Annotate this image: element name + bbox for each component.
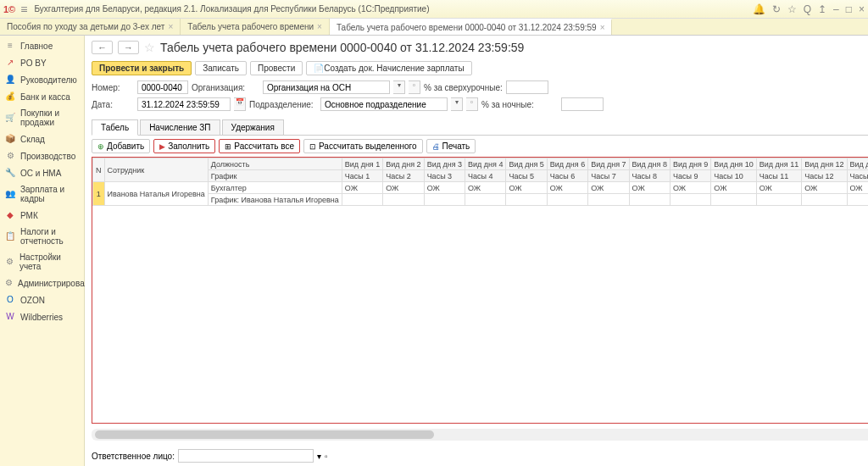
save-button[interactable]: Записать: [195, 61, 247, 75]
sidebar-item-label: Зарплата и кадры: [20, 185, 79, 203]
app-logo: 1©: [3, 4, 15, 14]
post-close-button[interactable]: Провести и закрыть: [92, 61, 192, 75]
sidebar-item-label: Налоги и отчетность: [20, 227, 79, 246]
history-icon[interactable]: ↻: [772, 3, 781, 15]
calendar-icon[interactable]: 📅: [234, 97, 246, 111]
sidebar-icon: 💰: [5, 92, 15, 102]
sidebar-item-0[interactable]: ≡Главное: [0, 37, 84, 54]
num-label: Номер:: [92, 83, 134, 92]
sidebar-item-3[interactable]: 💰Банк и касса: [0, 88, 84, 105]
min-icon[interactable]: –: [833, 3, 839, 15]
chevron-down-icon[interactable]: ▾: [451, 97, 463, 111]
sidebar-icon: ⚙: [5, 257, 14, 267]
print-button[interactable]: 🖨Печать: [426, 139, 476, 153]
back-button[interactable]: ←: [92, 41, 113, 54]
grid-toolbar: ⊕Добавить ▶Заполнить ⊞Рассчитать все ⊡Ра…: [85, 136, 868, 157]
open-icon[interactable]: ▫: [466, 97, 478, 111]
tab-2[interactable]: Табель учета рабочего времени 0000-0040 …: [330, 19, 613, 35]
sidebar-item-11[interactable]: ⚙Настройки учета: [0, 249, 84, 275]
sidebar-item-1[interactable]: ↗PO BY: [0, 54, 84, 71]
over-label: % за сверхурочные:: [424, 83, 503, 92]
sidebar-icon: ⚙: [5, 278, 13, 288]
favorite-icon[interactable]: ☆: [144, 41, 155, 54]
sidebar-item-label: PO BY: [20, 58, 47, 68]
page-title: Табель учета рабочего времени 0000-0040 …: [160, 41, 524, 54]
resp-input[interactable]: [178, 449, 314, 463]
main-toolbar: Провести и закрыть Записать Провести 📄Со…: [85, 59, 868, 77]
date-input[interactable]: [137, 97, 231, 111]
subtab-tabel[interactable]: Табель: [92, 119, 138, 136]
sidebar-icon: 🔧: [5, 168, 15, 178]
night-input[interactable]: [561, 97, 604, 111]
sidebar-item-6[interactable]: ⚙Производство: [0, 147, 84, 164]
grid: NСотрудникДолжностьВид дня 1Вид дня 2Вид…: [92, 157, 868, 424]
subtab-zp[interactable]: Начисление ЗП: [140, 119, 220, 135]
chevron-down-icon[interactable]: ▾: [317, 452, 321, 461]
sidebar-icon: ⚙: [5, 151, 15, 161]
org-select[interactable]: Организация на ОСН: [263, 80, 390, 94]
create-doc-button[interactable]: 📄Создать док. Начисление зарплаты: [306, 61, 471, 75]
sidebar-item-14[interactable]: WWildberries: [0, 308, 84, 325]
close-icon[interactable]: ×: [859, 3, 865, 15]
sidebar-item-9[interactable]: ◆РМК: [0, 207, 84, 224]
close-icon[interactable]: ×: [317, 22, 322, 31]
sidebar-icon: 📦: [5, 134, 15, 144]
chevron-down-icon[interactable]: ▾: [393, 80, 405, 94]
sidebar-icon: 👤: [5, 75, 15, 85]
close-icon[interactable]: ×: [168, 22, 173, 31]
sidebar-item-label: OZON: [20, 296, 45, 305]
sidebar-icon: ≡: [5, 41, 15, 51]
over-input[interactable]: [506, 80, 548, 94]
user-icon[interactable]: ↥: [818, 3, 826, 15]
add-button[interactable]: ⊕Добавить: [92, 139, 150, 153]
sidebar-icon: O: [5, 295, 15, 305]
sidebar-item-13[interactable]: OOZON: [0, 291, 84, 308]
sidebar-item-7[interactable]: 🔧ОС и НМА: [0, 164, 84, 181]
fill-button[interactable]: ▶Заполнить: [153, 139, 215, 153]
sidebar-item-4[interactable]: 🛒Покупки и продажи: [0, 105, 84, 130]
page-header: ← → ☆ Табель учета рабочего времени 0000…: [85, 36, 868, 59]
window-tabs: Пособия по уходу за детьми до 3-ех лет× …: [0, 19, 868, 36]
post-button[interactable]: Провести: [250, 61, 303, 75]
sidebar-icon: 🛒: [5, 113, 15, 123]
sidebar-item-label: Покупки и продажи: [20, 108, 79, 127]
subtab-ded[interactable]: Удержания: [222, 119, 284, 135]
tab-0[interactable]: Пособия по уходу за детьми до 3-ех лет×: [0, 19, 181, 35]
q-icon[interactable]: Q: [804, 3, 811, 15]
open-icon[interactable]: ▫: [409, 80, 420, 94]
sidebar-icon: 📋: [5, 231, 15, 241]
sidebar-item-10[interactable]: 📋Налоги и отчетность: [0, 224, 84, 249]
sidebar-item-label: Настройки учета: [19, 252, 79, 271]
dep-select[interactable]: Основное подразделение: [320, 97, 448, 111]
sidebar-item-8[interactable]: 👥Зарплата и кадры: [0, 181, 84, 207]
sidebar-item-12[interactable]: ⚙Администрирование: [0, 275, 84, 291]
menu-icon[interactable]: ≡: [20, 3, 27, 16]
forward-button[interactable]: →: [118, 41, 139, 54]
open-icon[interactable]: ▫: [325, 452, 328, 461]
calc-all-button[interactable]: ⊞Рассчитать все: [219, 139, 300, 153]
sidebar: ≡Главное↗PO BY👤Руководителю💰Банк и касса…: [0, 36, 85, 466]
close-icon[interactable]: ×: [600, 23, 605, 32]
num-input[interactable]: [137, 80, 188, 94]
bell-icon[interactable]: 🔔: [753, 3, 765, 15]
sidebar-item-label: Главное: [20, 42, 53, 51]
dep-label: Подразделение:: [249, 100, 317, 109]
sidebar-item-label: ОС и НМА: [20, 169, 61, 178]
sidebar-icon: ◆: [5, 210, 15, 220]
h-scrollbar[interactable]: [92, 429, 868, 441]
sidebar-item-label: Склад: [20, 135, 45, 144]
night-label: % за ночные:: [481, 100, 558, 109]
sidebar-item-label: РМК: [20, 211, 38, 220]
calc-sel-button[interactable]: ⊡Рассчитать выделенного: [303, 139, 423, 153]
max-icon[interactable]: □: [846, 3, 852, 15]
sidebar-icon: ↗: [5, 58, 15, 68]
sidebar-item-label: Банк и касса: [20, 92, 70, 102]
sidebar-item-5[interactable]: 📦Склад: [0, 130, 84, 147]
sidebar-item-label: Производство: [20, 152, 75, 161]
sidebar-item-2[interactable]: 👤Руководителю: [0, 71, 84, 88]
footer: Ответственное лицо: ▾ ▫: [85, 446, 868, 466]
tab-1[interactable]: Табель учета рабочего времени×: [181, 19, 330, 35]
star-icon[interactable]: ☆: [787, 3, 797, 15]
content: ← → ☆ Табель учета рабочего времени 0000…: [85, 36, 868, 466]
sidebar-item-label: Wildberries: [20, 313, 63, 322]
